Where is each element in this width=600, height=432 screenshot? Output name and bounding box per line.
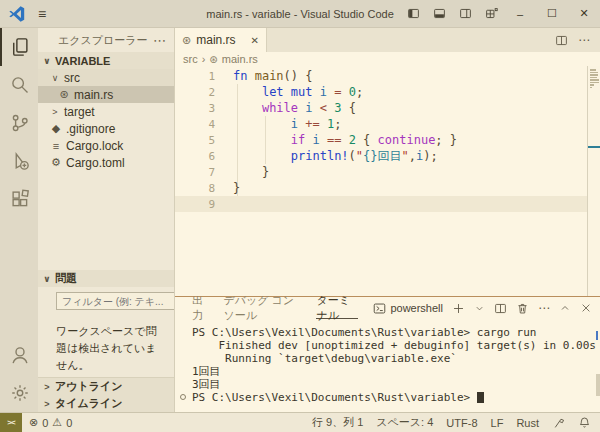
status-item-language-mode[interactable]: Rust: [516, 417, 539, 429]
panel-header: 出力デバッグ コンソールターミナル powershell ⋯: [175, 297, 600, 319]
line-number: 8: [175, 182, 215, 195]
workspace-section-header[interactable]: ∨ VARIABLE: [38, 52, 174, 69]
activity-item-run-debug[interactable]: [0, 142, 38, 180]
command-decoration-icon[interactable]: [180, 394, 186, 400]
split-terminal-icon[interactable]: [494, 302, 507, 315]
menu-icon[interactable]: ≡: [38, 6, 46, 22]
layout-sidebar-icon[interactable]: [400, 0, 426, 27]
explorer-more-actions-icon[interactable]: ⋯: [153, 33, 166, 48]
layout-secondary-sidebar-icon[interactable]: [452, 0, 478, 27]
explorer-title: エクスプローラー: [58, 33, 148, 48]
tree-item-target[interactable]: >target: [38, 103, 174, 120]
code-line-5[interactable]: 5 if i == 2 { continue; }: [175, 132, 587, 148]
status-item-language-status[interactable]: [552, 416, 565, 429]
status-item-cursor-position[interactable]: 行 9、列 1: [312, 415, 363, 430]
code-editor[interactable]: 1fn main() {2 let mut i = 0;3 while i < …: [175, 66, 600, 296]
error-icon: ⊗: [29, 416, 38, 429]
maximize-panel-icon[interactable]: [559, 302, 571, 314]
search-icon: [10, 75, 30, 95]
code-line-9[interactable]: 9: [175, 196, 587, 212]
line-number: 6: [175, 150, 215, 163]
code-line-7[interactable]: 7 }: [175, 164, 587, 180]
tab-main-rs[interactable]: ⊛ main.rs ✕: [175, 28, 267, 52]
terminal-dropdown-icon[interactable]: [474, 303, 485, 314]
chevron-down-icon: ∨: [42, 274, 52, 284]
layout-customize-icon[interactable]: [478, 0, 504, 27]
editor-more-actions-icon[interactable]: ⋯: [578, 33, 590, 47]
status-item-notifications[interactable]: [578, 416, 591, 429]
rust-file-icon: ⊛: [182, 34, 191, 47]
vscode-window: ≡ main.rs - variable - Visual Studio Cod…: [0, 0, 600, 432]
problems-section-header[interactable]: ∨ 問題: [38, 270, 174, 287]
activity-item-settings[interactable]: [0, 374, 38, 412]
tab-close-icon[interactable]: ✕: [251, 35, 259, 46]
title-bar: ≡ main.rs - variable - Visual Studio Cod…: [0, 0, 600, 28]
tree-item-gitignore[interactable]: ◆.gitignore: [38, 120, 174, 137]
rust-file-icon: ⊛: [209, 54, 217, 65]
breadcrumb[interactable]: src › ⊛ main.rs: [175, 52, 600, 66]
chevron-right-icon: ›: [202, 53, 206, 65]
tree-item-src[interactable]: ∨src: [38, 69, 174, 86]
activity-item-search[interactable]: [0, 66, 38, 104]
line-number: 4: [175, 118, 215, 131]
terminal-cursor: [477, 392, 484, 403]
panel-tab-[interactable]: デバッグ コンソール: [223, 297, 301, 319]
terminal-line: 1回目: [192, 365, 586, 378]
minimize-button[interactable]: –: [504, 0, 536, 27]
terminal-scrollbar[interactable]: [596, 374, 600, 396]
editor-tab-bar: ⊛ main.rs ✕ ⋯: [175, 28, 600, 52]
line-number: 1: [175, 70, 215, 83]
files-icon: [10, 37, 30, 57]
tree-item-Cargolock[interactable]: ≡Cargo.lock: [38, 137, 174, 154]
layout-panel-icon[interactable]: [426, 0, 452, 27]
code-line-2[interactable]: 2 let mut i = 0;: [175, 84, 587, 100]
new-terminal-icon[interactable]: [452, 302, 465, 315]
bell-icon: [578, 416, 591, 429]
problems-filter-input[interactable]: [60, 295, 175, 308]
activity-item-account[interactable]: [0, 336, 38, 374]
rust-file-icon: ⊛: [58, 88, 70, 101]
outline-section-header[interactable]: > アウトライン: [38, 377, 174, 395]
panel-tab-active[interactable]: ターミナル: [316, 297, 358, 319]
language-status-icon: [552, 416, 565, 429]
split-editor-icon[interactable]: [555, 34, 568, 47]
activity-item-extensions[interactable]: [0, 180, 38, 218]
code-line-4[interactable]: 4 i += 1;: [175, 116, 587, 132]
minimap[interactable]: [587, 66, 600, 296]
code-line-8[interactable]: 8}: [175, 180, 587, 196]
line-number: 2: [175, 86, 215, 99]
tree-item-mainrs[interactable]: ⊛main.rs: [38, 86, 174, 103]
code-line-3[interactable]: 3 while i < 3 {: [175, 100, 587, 116]
terminal-line: PS C:\Users\Vexil\Documents\Rust\variabl…: [192, 326, 586, 339]
problems-message: ワークスペースで問題は検出されていません。: [38, 315, 174, 377]
terminal-line: Finished dev [unoptimized + debuginfo] t…: [192, 339, 586, 352]
status-item-indentation[interactable]: スペース: 4: [376, 415, 433, 430]
status-item-eol[interactable]: LF: [491, 417, 504, 429]
shell-selector[interactable]: powershell: [373, 302, 443, 315]
panel-tab-[interactable]: 出力: [192, 297, 208, 319]
panel-more-actions-icon[interactable]: ⋯: [538, 301, 550, 315]
problems-filter-box: [56, 292, 175, 310]
terminal[interactable]: PS C:\Users\Vexil\Documents\Rust\variabl…: [175, 319, 600, 412]
line-number: 5: [175, 134, 215, 147]
timeline-section-header[interactable]: > タイムライン: [38, 395, 174, 412]
account-icon: [10, 345, 30, 365]
status-bar: >< ⊗ 0 ⚠ 0 行 9、列 1スペース: 4UTF-8LFRust: [0, 412, 600, 432]
activity-item-explorer[interactable]: [0, 28, 38, 66]
code-line-6[interactable]: 6 println!("{}回目",i);: [175, 148, 587, 164]
status-item-encoding[interactable]: UTF-8: [446, 417, 477, 429]
maximize-button[interactable]: ☐: [536, 0, 568, 27]
code-line-1[interactable]: 1fn main() {: [175, 68, 587, 84]
activity-item-source-control[interactable]: [0, 104, 38, 142]
remote-indicator[interactable]: ><: [0, 413, 22, 432]
chevron-right-icon: >: [50, 107, 60, 117]
terminal-command-mark: [596, 331, 598, 340]
problems-status[interactable]: ⊗ 0 ⚠ 0: [22, 416, 72, 429]
kill-terminal-icon[interactable]: [516, 302, 529, 315]
close-panel-icon[interactable]: [580, 302, 592, 314]
tree-item-Cargotoml[interactable]: ⚙Cargo.toml: [38, 154, 174, 171]
terminal-icon: [373, 302, 386, 315]
close-button[interactable]: ✕: [568, 0, 600, 27]
gear-file-icon: ⚙: [50, 156, 62, 169]
chevron-down-icon: ∨: [42, 56, 52, 66]
